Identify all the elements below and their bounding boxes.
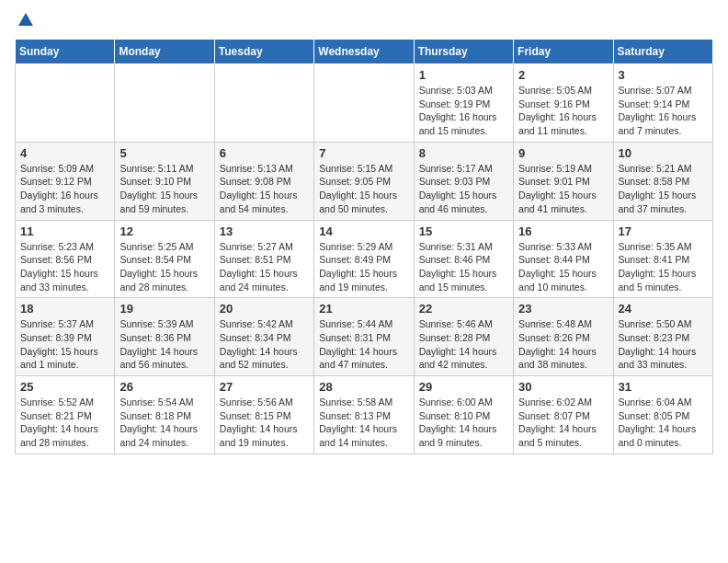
calendar-cell xyxy=(214,64,313,143)
calendar-cell xyxy=(314,64,414,143)
day-number: 13 xyxy=(220,224,309,238)
day-number: 22 xyxy=(419,302,508,316)
calendar-cell: 3Sunrise: 5:07 AMSunset: 9:14 PMDaylight… xyxy=(613,64,712,143)
day-detail: Sunrise: 5:03 AMSunset: 9:19 PMDaylight:… xyxy=(419,84,508,138)
day-detail: Sunrise: 5:07 AMSunset: 9:14 PMDaylight:… xyxy=(619,84,708,138)
calendar-cell: 8Sunrise: 5:17 AMSunset: 9:03 PMDaylight… xyxy=(414,142,513,220)
day-detail: Sunrise: 5:39 AMSunset: 8:36 PMDaylight:… xyxy=(119,317,209,372)
header-monday: Monday xyxy=(115,40,214,64)
day-detail: Sunrise: 5:29 AMSunset: 8:49 PMDaylight:… xyxy=(319,240,408,294)
logo-icon xyxy=(17,11,35,29)
day-number: 18 xyxy=(20,302,109,316)
calendar-header-row: SundayMondayTuesdayWednesdayThursdayFrid… xyxy=(16,40,713,64)
day-detail: Sunrise: 5:58 AMSunset: 8:13 PMDaylight:… xyxy=(319,396,408,450)
week-row-2: 4Sunrise: 5:09 AMSunset: 9:12 PMDaylight… xyxy=(16,142,713,220)
day-detail: Sunrise: 5:27 AMSunset: 8:51 PMDaylight:… xyxy=(220,240,309,294)
day-number: 28 xyxy=(319,380,408,394)
logo xyxy=(15,15,35,29)
day-number: 5 xyxy=(119,146,209,160)
day-number: 31 xyxy=(619,380,708,394)
day-detail: Sunrise: 6:04 AMSunset: 8:05 PMDaylight:… xyxy=(619,396,708,450)
day-number: 1 xyxy=(419,68,508,82)
day-number: 3 xyxy=(619,68,708,82)
calendar-cell: 22Sunrise: 5:46 AMSunset: 8:28 PMDayligh… xyxy=(414,298,513,376)
day-detail: Sunrise: 5:09 AMSunset: 9:12 PMDaylight:… xyxy=(20,162,109,216)
day-number: 20 xyxy=(220,302,309,316)
day-number: 2 xyxy=(518,68,608,82)
day-number: 6 xyxy=(220,146,309,160)
calendar-cell: 15Sunrise: 5:31 AMSunset: 8:46 PMDayligh… xyxy=(414,220,513,298)
calendar-cell: 28Sunrise: 5:58 AMSunset: 8:13 PMDayligh… xyxy=(314,376,414,454)
week-row-4: 18Sunrise: 5:37 AMSunset: 8:39 PMDayligh… xyxy=(16,298,713,376)
calendar-cell: 30Sunrise: 6:02 AMSunset: 8:07 PMDayligh… xyxy=(514,376,613,454)
day-number: 27 xyxy=(220,380,309,394)
day-number: 15 xyxy=(419,224,508,238)
calendar-cell: 16Sunrise: 5:33 AMSunset: 8:44 PMDayligh… xyxy=(514,220,613,298)
calendar-cell: 18Sunrise: 5:37 AMSunset: 8:39 PMDayligh… xyxy=(16,298,115,376)
day-number: 16 xyxy=(518,224,608,238)
day-detail: Sunrise: 5:44 AMSunset: 8:31 PMDaylight:… xyxy=(319,317,408,372)
day-detail: Sunrise: 5:46 AMSunset: 8:28 PMDaylight:… xyxy=(419,317,508,372)
calendar-table: SundayMondayTuesdayWednesdayThursdayFrid… xyxy=(15,39,713,454)
day-number: 19 xyxy=(119,302,209,316)
calendar-cell: 29Sunrise: 6:00 AMSunset: 8:10 PMDayligh… xyxy=(414,376,513,454)
calendar-cell: 20Sunrise: 5:42 AMSunset: 8:34 PMDayligh… xyxy=(214,298,313,376)
day-detail: Sunrise: 5:15 AMSunset: 9:05 PMDaylight:… xyxy=(319,162,408,216)
day-number: 4 xyxy=(20,146,109,160)
day-detail: Sunrise: 5:23 AMSunset: 8:56 PMDaylight:… xyxy=(20,240,109,294)
calendar-cell: 14Sunrise: 5:29 AMSunset: 8:49 PMDayligh… xyxy=(314,220,414,298)
week-row-3: 11Sunrise: 5:23 AMSunset: 8:56 PMDayligh… xyxy=(16,220,713,298)
calendar-cell: 7Sunrise: 5:15 AMSunset: 9:05 PMDaylight… xyxy=(314,142,414,220)
calendar-cell: 2Sunrise: 5:05 AMSunset: 9:16 PMDaylight… xyxy=(514,64,613,143)
day-detail: Sunrise: 5:33 AMSunset: 8:44 PMDaylight:… xyxy=(518,240,608,294)
day-number: 30 xyxy=(518,380,608,394)
day-detail: Sunrise: 5:37 AMSunset: 8:39 PMDaylight:… xyxy=(20,317,109,372)
week-row-1: 1Sunrise: 5:03 AMSunset: 9:19 PMDaylight… xyxy=(16,64,713,143)
day-number: 23 xyxy=(518,302,608,316)
calendar-cell: 1Sunrise: 5:03 AMSunset: 9:19 PMDaylight… xyxy=(414,64,513,143)
calendar-cell: 17Sunrise: 5:35 AMSunset: 8:41 PMDayligh… xyxy=(613,220,712,298)
day-detail: Sunrise: 5:25 AMSunset: 8:54 PMDaylight:… xyxy=(119,240,209,294)
day-number: 25 xyxy=(20,380,109,394)
day-number: 12 xyxy=(119,224,209,238)
day-number: 9 xyxy=(518,146,608,160)
calendar-cell xyxy=(16,64,115,143)
header-friday: Friday xyxy=(514,40,613,64)
day-detail: Sunrise: 5:50 AMSunset: 8:23 PMDaylight:… xyxy=(619,317,708,372)
day-number: 7 xyxy=(319,146,408,160)
calendar-cell: 31Sunrise: 6:04 AMSunset: 8:05 PMDayligh… xyxy=(613,376,712,454)
calendar-cell: 19Sunrise: 5:39 AMSunset: 8:36 PMDayligh… xyxy=(115,298,214,376)
day-detail: Sunrise: 5:21 AMSunset: 8:58 PMDaylight:… xyxy=(619,162,708,216)
day-detail: Sunrise: 5:05 AMSunset: 9:16 PMDaylight:… xyxy=(518,84,608,138)
calendar-cell: 11Sunrise: 5:23 AMSunset: 8:56 PMDayligh… xyxy=(16,220,115,298)
calendar-cell: 27Sunrise: 5:56 AMSunset: 8:15 PMDayligh… xyxy=(214,376,313,454)
day-number: 10 xyxy=(619,146,708,160)
calendar-cell xyxy=(115,64,214,143)
day-detail: Sunrise: 5:13 AMSunset: 9:08 PMDaylight:… xyxy=(220,162,309,216)
header xyxy=(15,15,713,29)
svg-marker-0 xyxy=(18,13,33,26)
day-detail: Sunrise: 5:52 AMSunset: 8:21 PMDaylight:… xyxy=(20,396,109,450)
day-number: 29 xyxy=(419,380,508,394)
calendar-cell: 10Sunrise: 5:21 AMSunset: 8:58 PMDayligh… xyxy=(613,142,712,220)
day-detail: Sunrise: 5:42 AMSunset: 8:34 PMDaylight:… xyxy=(220,317,309,372)
day-number: 17 xyxy=(619,224,708,238)
day-detail: Sunrise: 5:56 AMSunset: 8:15 PMDaylight:… xyxy=(220,396,309,450)
calendar-cell: 25Sunrise: 5:52 AMSunset: 8:21 PMDayligh… xyxy=(16,376,115,454)
calendar-cell: 13Sunrise: 5:27 AMSunset: 8:51 PMDayligh… xyxy=(214,220,313,298)
day-detail: Sunrise: 5:31 AMSunset: 8:46 PMDaylight:… xyxy=(419,240,508,294)
day-number: 14 xyxy=(319,224,408,238)
day-detail: Sunrise: 6:02 AMSunset: 8:07 PMDaylight:… xyxy=(518,396,608,450)
calendar-cell: 6Sunrise: 5:13 AMSunset: 9:08 PMDaylight… xyxy=(214,142,313,220)
day-detail: Sunrise: 5:54 AMSunset: 8:18 PMDaylight:… xyxy=(119,396,209,450)
calendar-cell: 26Sunrise: 5:54 AMSunset: 8:18 PMDayligh… xyxy=(115,376,214,454)
day-number: 26 xyxy=(119,380,209,394)
header-sunday: Sunday xyxy=(16,40,115,64)
day-number: 24 xyxy=(619,302,708,316)
day-number: 11 xyxy=(20,224,109,238)
calendar-cell: 5Sunrise: 5:11 AMSunset: 9:10 PMDaylight… xyxy=(115,142,214,220)
day-detail: Sunrise: 5:17 AMSunset: 9:03 PMDaylight:… xyxy=(419,162,508,216)
calendar-cell: 23Sunrise: 5:48 AMSunset: 8:26 PMDayligh… xyxy=(514,298,613,376)
day-detail: Sunrise: 5:11 AMSunset: 9:10 PMDaylight:… xyxy=(119,162,209,216)
header-saturday: Saturday xyxy=(613,40,712,64)
